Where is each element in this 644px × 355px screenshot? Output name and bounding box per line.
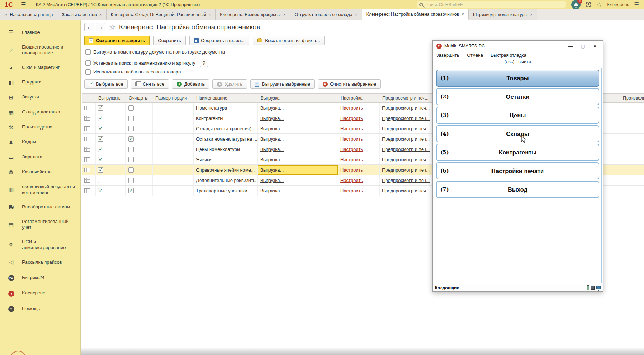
sidebar-item-nsi-admin[interactable]: ⚙НСИ и администрирование: [0, 235, 80, 255]
menu-cancel[interactable]: Отмена: [467, 53, 483, 58]
nav-back-button[interactable]: ←: [84, 23, 94, 31]
minimize-icon[interactable]: —: [568, 44, 573, 49]
clear-checkbox[interactable]: [128, 147, 134, 152]
preview-link[interactable]: Предпросмотр и печ...: [382, 147, 430, 152]
upload-checkbox[interactable]: [98, 178, 103, 183]
tab-customer-orders[interactable]: Заказы клиентов×: [57, 9, 106, 20]
sidebar-item-warehouse[interactable]: ▦Склад и доставка: [0, 105, 80, 120]
save-button[interactable]: Сохранить: [153, 36, 186, 45]
select-all-button[interactable]: Выбрать все: [84, 79, 128, 89]
preview-link[interactable]: Предпросмотр и печ...: [382, 105, 430, 111]
sidebar-item-help[interactable]: ?Помощь: [0, 301, 80, 317]
sidebar-item-financial-result[interactable]: ▥Финансовый результат и контроллинг: [0, 180, 80, 200]
clear-checkbox[interactable]: [128, 136, 134, 142]
upload-selected-button[interactable]: Выгрузить выбранные: [250, 79, 315, 89]
col-custom[interactable]: Произволь: [620, 94, 644, 102]
service-menu-icon[interactable]: ☰: [634, 1, 639, 8]
sidebar-item-budgeting[interactable]: ⇗Бюджетирование и планирование: [0, 40, 80, 60]
close-icon[interactable]: ✕: [593, 44, 597, 49]
clear-checkbox[interactable]: [128, 126, 134, 131]
sidebar-item-price-mailing[interactable]: ◁Рассылка прайсов: [0, 255, 80, 270]
upload-checkbox[interactable]: [98, 167, 103, 173]
favorite-toggle-icon[interactable]: ☆: [109, 23, 115, 31]
sidebar-item-bitrix24[interactable]: 24Битрикс24: [0, 270, 80, 285]
selected-cell[interactable]: Выгрузка...: [258, 165, 338, 175]
export-link[interactable]: Выгрузка...: [260, 188, 284, 193]
configure-link[interactable]: Настроить: [340, 178, 363, 183]
export-link[interactable]: Выгрузка...: [260, 116, 284, 121]
add-button[interactable]: +Добавить: [172, 79, 209, 89]
notifications-bell-icon[interactable]: 1: [571, 0, 581, 9]
sidebar-item-production[interactable]: ⚒Производство: [0, 120, 80, 135]
preview-link[interactable]: Предпросмотр и печ...: [382, 116, 430, 121]
upload-checkbox[interactable]: [98, 105, 103, 111]
menu-quick-debug[interactable]: Быстрая отладка: [491, 53, 526, 58]
clear-checkbox[interactable]: [128, 167, 134, 173]
sidebar-item-purchases[interactable]: ⊟Закупки: [0, 90, 80, 105]
tab-warehouse15[interactable]: Клеверенс: Склад 15 Вещевой, Расширенный…: [107, 9, 216, 20]
upload-checkbox[interactable]: [98, 126, 103, 131]
close-icon[interactable]: ×: [462, 12, 464, 17]
export-link[interactable]: Выгрузка...: [260, 136, 284, 142]
sidebar-item-sales[interactable]: ◧Продажи: [0, 75, 80, 90]
upload-checkbox[interactable]: [98, 116, 103, 121]
configure-link[interactable]: Настроить: [340, 116, 363, 121]
clear-checkbox[interactable]: [128, 105, 134, 111]
help-button[interactable]: ?: [200, 59, 208, 67]
preview-link[interactable]: Предпросмотр и печ...: [382, 178, 430, 183]
configure-link[interactable]: Настроить: [340, 167, 363, 173]
favorites-star-icon[interactable]: ☆: [596, 1, 602, 8]
upload-checkbox[interactable]: [98, 136, 103, 142]
smarts-title-bar[interactable]: Mobile SMARTS PC — ▢ ✕: [433, 41, 603, 51]
sidebar-item-main[interactable]: ☰Главное: [0, 25, 80, 40]
export-link[interactable]: Выгрузка...: [260, 126, 284, 131]
menu-item-counterparties[interactable]: (5)Контрагенты: [436, 144, 599, 161]
mobile-smarts-window[interactable]: Mobile SMARTS PC — ▢ ✕ Завершить Отмена …: [432, 40, 603, 292]
delete-button[interactable]: ×Удалить: [212, 79, 247, 89]
tab-shipment[interactable]: Отгрузка товаров со склада×: [290, 9, 362, 20]
configure-link[interactable]: Настроить: [340, 157, 363, 162]
tab-home[interactable]: ⌂ Начальная страница: [0, 9, 57, 20]
sidebar-item-crm[interactable]: ◕CRM и маркетинг: [0, 60, 80, 75]
export-link[interactable]: Выгрузка...: [260, 147, 284, 152]
tab-barcodes[interactable]: Штрихкоды номенклатуры×: [469, 9, 537, 20]
clear-checkbox[interactable]: [128, 188, 134, 193]
preview-link[interactable]: Предпросмотр и печ...: [382, 136, 430, 142]
upload-checkbox[interactable]: [98, 188, 103, 193]
upload-checkbox[interactable]: [98, 157, 103, 162]
configure-link[interactable]: Настроить: [340, 147, 363, 152]
clean-selected-button[interactable]: ×Очистить выбранные: [318, 79, 381, 89]
save-and-close-button[interactable]: Сохранить и закрыть: [84, 36, 150, 45]
menu-item-goods[interactable]: (1)Товары: [436, 70, 599, 87]
tab-exchange-settings[interactable]: Клеверенс: Настройка обмена справочников…: [362, 9, 469, 20]
menu-item-stock[interactable]: (2)Остатки: [436, 88, 599, 105]
upload-checkbox[interactable]: [98, 147, 103, 152]
preview-link[interactable]: Предпросмотр и печ...: [382, 167, 430, 173]
col-name[interactable]: Наименование: [194, 94, 258, 102]
maximize-icon[interactable]: ▢: [581, 44, 585, 49]
close-icon[interactable]: ×: [355, 12, 357, 17]
menu-item-prices[interactable]: (3)Цены: [436, 107, 599, 124]
restore-from-file-button[interactable]: Восстановить из файла...: [253, 36, 325, 45]
sidebar-item-fixed-assets[interactable]: ⛟Внеоборотные активы: [0, 200, 80, 214]
save-to-file-button[interactable]: Сохранить в файл...: [189, 36, 249, 45]
sidebar-item-hr[interactable]: ♟Кадры: [0, 135, 80, 150]
tab-business-processes[interactable]: Клеверенс: Бизнес-процессы×: [216, 9, 290, 20]
current-user-label[interactable]: Клеверенс: [607, 2, 629, 7]
col-export[interactable]: Выгрузка: [258, 94, 338, 102]
main-menu-icon[interactable]: ☰: [21, 1, 26, 8]
col-upload[interactable]: Выгружать: [96, 94, 126, 102]
close-icon[interactable]: ×: [283, 12, 286, 17]
sidebar-item-treasury[interactable]: ⛃Казначейство: [0, 165, 80, 180]
menu-item-warehouses[interactable]: (4)Склады: [436, 125, 599, 142]
export-link[interactable]: Выгрузка...: [260, 105, 284, 111]
clear-checkbox[interactable]: [128, 116, 134, 121]
configure-link[interactable]: Настроить: [340, 188, 363, 193]
preview-link[interactable]: Предпросмотр и печ...: [382, 126, 430, 131]
close-icon[interactable]: ×: [208, 12, 211, 17]
configure-link[interactable]: Настроить: [340, 126, 363, 131]
weight-templates-checkbox[interactable]: [85, 69, 91, 75]
global-search-input[interactable]: Поиск Ctrl+Shift+F: [417, 1, 566, 8]
nav-forward-button[interactable]: →: [96, 23, 105, 31]
sidebar-item-regulated-accounting[interactable]: ▤Регламентированный учет: [0, 214, 80, 235]
